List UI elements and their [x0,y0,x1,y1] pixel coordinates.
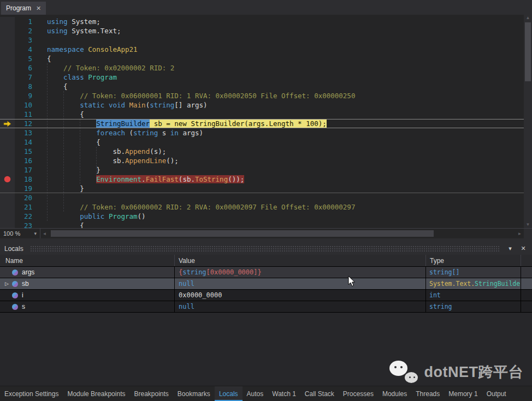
locals-type-cell[interactable]: string[] [426,267,521,278]
code-text[interactable]: // Token: 0x02000002 RID: 2 [47,63,174,73]
breakpoint-margin[interactable] [0,63,15,73]
code-line[interactable]: 4namespace ConsoleApp21 [0,45,524,54]
breakpoint-margin[interactable] [0,17,15,26]
breakpoint-margin[interactable] [0,184,15,193]
code-editor[interactable]: 1using System;2using System.Text;34names… [0,15,524,228]
breakpoint-margin[interactable] [0,91,15,100]
code-text[interactable]: // Token: 0x06000001 RID: 1 RVA: 0x00002… [47,91,355,100]
code-text[interactable]: class Program [47,73,117,82]
code-text[interactable]: { [47,82,68,91]
bottom-tab-modules[interactable]: Modules [378,386,411,401]
vertical-scrollbar-thumb[interactable] [525,22,531,81]
code-line[interactable]: 10 static void Main(string[] args) [0,100,524,110]
code-text[interactable]: Environment.FailFast(sb.ToString()); [47,175,244,184]
locals-row[interactable]: i0x0000_0000int [0,290,532,301]
breakpoint-margin[interactable] [0,156,15,165]
breakpoint-margin[interactable] [0,202,15,212]
breakpoint-margin[interactable] [0,26,15,35]
code-line[interactable]: 2using System.Text; [0,26,524,35]
breakpoint-icon[interactable] [4,176,11,183]
code-line[interactable]: 15 sb.Append(s); [0,147,524,156]
code-line[interactable]: 13 foreach (string s in args) [0,128,524,137]
horizontal-scrollbar-thumb[interactable] [51,230,434,237]
breakpoint-margin[interactable] [0,110,15,119]
code-line[interactable]: 5{ [0,54,524,63]
breakpoint-margin[interactable] [0,100,15,110]
code-text[interactable]: { [47,54,51,63]
locals-name-cell[interactable]: s [0,301,175,312]
code-line[interactable]: 8 { [0,82,524,91]
code-text[interactable]: } [47,184,84,193]
code-line[interactable]: 6 // Token: 0x02000002 RID: 2 [0,63,524,73]
locals-title-bar[interactable]: Locals ▾ ✕ [0,242,532,255]
locals-type-cell[interactable]: int [426,290,521,301]
scroll-left-icon[interactable]: ◄ [40,229,49,238]
breakpoint-margin[interactable] [0,193,15,202]
breakpoint-margin[interactable] [0,165,15,175]
locals-name-cell[interactable]: ▷sb [0,278,175,289]
code-line[interactable]: 16 sb.AppendLine(); [0,156,524,165]
bottom-tab-memory-1[interactable]: Memory 1 [444,386,482,401]
breakpoint-margin[interactable] [0,221,15,228]
bottom-tab-watch-1[interactable]: Watch 1 [268,386,300,401]
zoom-select[interactable]: 100 % ▾ [0,229,40,238]
locals-value-cell[interactable]: {string[0x0000_0000]} [175,267,426,278]
bottom-tab-locals[interactable]: Locals [215,386,243,401]
code-line[interactable]: 21 // Token: 0x06000002 RID: 2 RVA: 0x00… [0,202,524,212]
code-text[interactable]: StringBuilder sb = new StringBuilder(arg… [47,119,327,128]
code-text[interactable]: { [47,137,101,147]
bottom-tab-exception-settings[interactable]: Exception Settings [0,386,63,401]
bottom-tab-output[interactable]: Output [482,386,511,401]
locals-value-cell[interactable]: null [175,301,426,312]
column-header-type[interactable]: Type [426,255,521,266]
locals-type-cell[interactable]: string [426,301,521,312]
bottom-tab-breakpoints[interactable]: Breakpoints [129,386,173,401]
code-line[interactable]: 3 [0,35,524,45]
locals-row[interactable]: args{string[0x0000_0000]}string[] [0,267,532,278]
breakpoint-margin[interactable] [0,54,15,63]
code-text[interactable]: sb.Append(s); [47,147,166,156]
code-line[interactable]: 19 } [0,184,524,193]
locals-name-cell[interactable]: args [0,267,175,278]
code-text[interactable]: foreach (string s in args) [47,128,203,137]
code-text[interactable]: public Program() [47,212,146,221]
column-header-name[interactable]: Name [0,255,175,266]
breakpoint-margin[interactable] [0,82,15,91]
bottom-tab-bookmarks[interactable]: Bookmarks [173,386,215,401]
code-line[interactable]: 12 StringBuilder sb = new StringBuilder(… [0,119,524,128]
code-text[interactable]: } [47,165,101,175]
code-text[interactable]: using System; [47,17,101,26]
scroll-up-icon[interactable]: ▲ [524,15,532,21]
breakpoint-margin[interactable] [0,119,15,128]
code-line[interactable]: 22 public Program() [0,212,524,221]
bottom-tab-module-breakpoints[interactable]: Module Breakpoints [63,386,129,401]
code-text[interactable]: // Token: 0x06000002 RID: 2 RVA: 0x00002… [47,202,355,212]
locals-name-cell[interactable]: i [0,290,175,301]
breakpoint-margin[interactable] [0,147,15,156]
breakpoint-margin[interactable] [0,175,15,184]
editor-horizontal-scrollbar[interactable] [49,229,516,238]
panel-splitter[interactable] [0,238,532,242]
code-line[interactable]: 11 { [0,110,524,119]
expander-icon[interactable]: ▷ [3,281,10,286]
locals-value-cell[interactable]: 0x0000_0000 [175,290,426,301]
code-text[interactable]: sb.AppendLine(); [47,156,179,165]
editor-vertical-scrollbar[interactable]: ▲ ▼ [524,15,532,228]
code-line[interactable]: 9 // Token: 0x06000001 RID: 1 RVA: 0x000… [0,91,524,100]
code-line[interactable]: 17 } [0,165,524,175]
bottom-tab-threads[interactable]: Threads [411,386,444,401]
code-line[interactable]: 23 { [0,221,524,228]
breakpoint-margin[interactable] [0,73,15,82]
code-line[interactable]: 7 class Program [0,73,524,82]
code-text[interactable]: using System.Text; [47,26,121,35]
document-tab-program[interactable]: Program ✕ [1,2,46,15]
tab-close-icon[interactable]: ✕ [36,5,41,11]
code-line[interactable]: 14 { [0,137,524,147]
breakpoint-margin[interactable] [0,137,15,147]
locals-type-cell[interactable]: System.Text.StringBuilder [426,278,521,289]
breakpoint-margin[interactable] [0,128,15,137]
bottom-tab-autos[interactable]: Autos [243,386,268,401]
breakpoint-margin[interactable] [0,45,15,54]
code-line[interactable]: 20 [0,193,524,202]
code-text[interactable]: static void Main(string[] args) [47,100,208,110]
